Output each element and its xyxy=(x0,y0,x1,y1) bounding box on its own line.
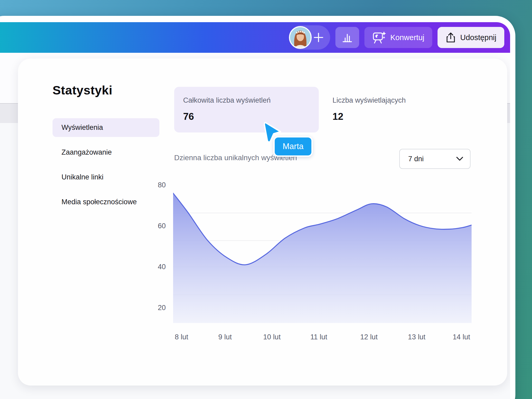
app-window: Konwertuj Udostępnij Statystyki Wyświetl… xyxy=(0,16,515,399)
x-axis-tick: 11 lut xyxy=(310,333,327,341)
chart-area-fill xyxy=(173,193,472,323)
panel-title: Statystyki xyxy=(53,83,112,97)
column-chart-icon xyxy=(341,32,353,43)
x-axis-tick: 8 lut xyxy=(175,333,188,341)
area-chart-canvas xyxy=(173,183,472,323)
x-axis-tick: 9 lut xyxy=(218,333,232,341)
share-button[interactable]: Udostępnij xyxy=(438,27,504,48)
stat-label: Liczba wyświetlających xyxy=(332,96,406,104)
y-axis-tick: 60 xyxy=(139,222,166,230)
magic-presentation-icon xyxy=(372,31,386,44)
stat-label: Całkowita liczba wyświetleń xyxy=(183,96,271,104)
collaborator-name: Marta xyxy=(283,142,303,151)
date-range-value: 7 dni xyxy=(408,155,456,163)
y-axis-tick: 80 xyxy=(139,181,166,189)
area-chart: 806040208 lut9 lut10 lut11 lut12 lut13 l… xyxy=(173,183,472,323)
stat-value: 12 xyxy=(332,111,343,122)
x-axis-tick: 13 lut xyxy=(408,333,425,341)
top-bar: Konwertuj Udostępnij xyxy=(0,22,510,53)
share-button-label: Udostępnij xyxy=(460,33,496,42)
y-axis-tick: 40 xyxy=(139,263,166,271)
x-axis-tick: 12 lut xyxy=(360,333,378,341)
date-range-dropdown[interactable]: 7 dni xyxy=(399,149,471,169)
share-icon xyxy=(445,32,456,43)
avatar[interactable] xyxy=(289,26,312,49)
total-views-card: Całkowita liczba wyświetleń 76 xyxy=(174,87,319,132)
x-axis-tick: 10 lut xyxy=(263,333,281,341)
stats-toolbar-button[interactable] xyxy=(335,27,359,48)
sidebar-item-wyświetlenia[interactable]: Wyświetlenia xyxy=(53,118,159,137)
convert-button-label: Konwertuj xyxy=(390,33,424,42)
viewers-stat: Liczba wyświetlających 12 xyxy=(332,87,464,132)
sidebar-item-media-społecznościowe[interactable]: Media społecznościowe xyxy=(53,193,159,211)
stat-value: 76 xyxy=(183,111,194,122)
stats-nav: WyświetleniaZaangażowanieUnikalne linkiM… xyxy=(53,118,159,217)
x-axis-tick: 14 lut xyxy=(453,333,470,341)
chevron-down-icon xyxy=(456,157,463,161)
statistics-panel: Statystyki WyświetleniaZaangażowanieUnik… xyxy=(18,59,507,386)
add-member-button[interactable] xyxy=(312,31,325,44)
y-axis-tick: 20 xyxy=(139,304,166,312)
app-window-inner: Konwertuj Udostępnij Statystyki Wyświetl… xyxy=(0,22,510,399)
collaborator-name-badge: Marta xyxy=(273,136,313,157)
convert-button[interactable]: Konwertuj xyxy=(364,27,432,48)
plus-icon xyxy=(313,32,324,43)
account-pill xyxy=(289,25,330,50)
avatar-illustration xyxy=(290,27,311,48)
top-bar-actions: Konwertuj Udostępnij xyxy=(289,22,504,53)
sidebar-item-zaangażowanie[interactable]: Zaangażowanie xyxy=(53,143,159,162)
